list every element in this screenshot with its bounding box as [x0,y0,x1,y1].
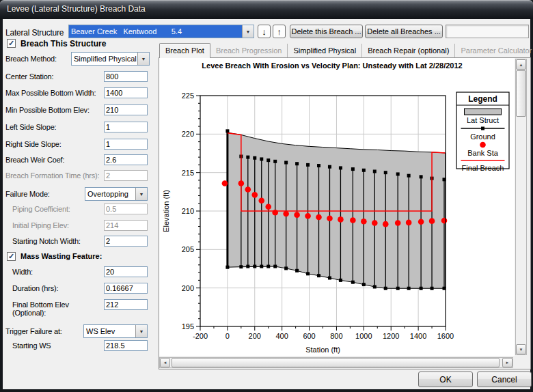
scroll-left-button[interactable]: ◄ [160,358,170,367]
svg-text:1400: 1400 [410,332,426,340]
failure-mode-select[interactable]: Overtopping▼ [85,187,148,201]
breach-formation-time-hrs-input [104,170,148,181]
svg-text:210: 210 [182,207,194,215]
svg-text:215: 215 [182,169,194,177]
width-input[interactable] [104,266,148,277]
svg-text:600: 600 [303,332,315,340]
final-bottom-elev-optional-label: Final Bottom Elev (Optional): [12,300,94,317]
vertical-scroll-thumb[interactable] [516,70,526,117]
x-axis-title: Station (ft) [305,346,340,354]
breach-method-label: Breach Method: [5,55,57,63]
right-side-slope-input[interactable] [104,139,148,150]
svg-text:1600: 1600 [437,332,454,340]
tab-breach-plot[interactable]: Breach Plot [159,43,210,58]
left-side-slope-input[interactable] [104,122,148,132]
svg-text:Lat Struct: Lat Struct [467,116,499,124]
breach-this-structure-checkbox[interactable]: ✓ [7,39,16,48]
trigger-failure-at-value: WS Elev [84,325,135,337]
center-station-input[interactable] [104,71,148,82]
svg-text:205: 205 [182,245,194,253]
svg-text:Final Breach: Final Breach [462,164,504,172]
svg-text:1000: 1000 [355,332,372,340]
chevron-down-icon[interactable]: ▼ [137,53,149,65]
starting-notch-width-label: Starting Notch Width: [12,237,81,245]
piping-coefficient-input [104,204,148,214]
svg-text:1200: 1200 [383,332,399,340]
delete-all-breaches-button[interactable]: Delete all Breaches ... [365,25,443,38]
plot-title: Levee Breach With Erosion vs Velocity Pl… [202,61,462,70]
tab-strip: Breach PlotBreach ProgressionSimplified … [159,42,533,57]
window-title: Levee (Lateral Structure) Breach Data [7,4,146,14]
svg-text:Bank Sta: Bank Sta [467,149,499,157]
width-label: Width: [12,268,33,276]
scroll-down-button[interactable]: ▼ [516,344,526,354]
svg-text:200: 200 [249,332,261,340]
plot-horizontal-scrollbar[interactable]: ◄ ► [159,357,513,368]
breach-formation-time-hrs-label: Breach Formation Time (hrs): [5,171,99,180]
chevron-down-icon[interactable]: ▼ [135,325,147,337]
svg-text:220: 220 [182,130,194,138]
final-bottom-elev-optional-input[interactable] [104,299,148,310]
next-structure-button[interactable]: ↑ [273,25,286,38]
scroll-up-button[interactable]: ▲ [516,59,526,70]
mass-wasting-feature-checkbox[interactable]: ✓ [7,252,16,261]
right-side-slope-label: Right Side Slope: [5,140,62,148]
y-axis-title: Elevation (ft) [162,190,170,232]
window-border-bottom [0,389,533,392]
breach-method-select[interactable]: Simplified Physical▼ [71,52,150,66]
breach-plot-area: -200020040060080010001200140016001952002… [159,58,515,356]
plot-legend: LegendLat StructGroundBank StaFinal Brea… [456,92,509,172]
svg-text:0: 0 [226,332,230,340]
svg-text:200: 200 [182,284,194,292]
trigger-failure-at-select[interactable]: WS Elev▼ [83,324,148,338]
tab-parameter-calculator: Parameter Calculator [455,44,533,57]
duration-hrs-input[interactable] [104,283,148,294]
ok-button[interactable]: OK [418,372,473,387]
tab-breach-repair-optional[interactable]: Breach Repair (optional) [362,44,455,57]
arrow-down-icon: ↓ [262,27,266,37]
initial-piping-elev-label: Initial Piping Elev: [12,221,69,229]
lateral-structure-value: Beaver Creek Kentwood 5.4 [69,25,242,38]
scroll-right-button[interactable]: ► [502,358,512,367]
cancel-button[interactable]: Cancel [477,372,532,387]
breach-this-structure-label: Breach This Structure [20,39,106,48]
starting-notch-width-input[interactable] [104,236,148,247]
svg-text:Legend: Legend [468,94,497,104]
piping-coefficient-label: Piping Coefficient: [12,205,70,213]
lateral-structure-select[interactable]: Beaver Creek Kentwood 5.4 ▼ [68,25,254,38]
arrow-up-icon: ↑ [277,27,282,37]
plot-vertical-scrollbar[interactable]: ▲ ▼ [515,59,527,355]
svg-text:800: 800 [330,332,342,340]
chevron-down-icon[interactable]: ▼ [135,188,147,200]
breach-method-value: Simplified Physical [72,53,137,65]
initial-piping-elev-input [104,220,148,231]
center-station-label: Center Station: [5,72,53,81]
previous-structure-button[interactable]: ↓ [258,25,271,38]
horizontal-scroll-thumb[interactable] [172,358,500,367]
chevron-down-icon[interactable]: ▼ [242,25,254,38]
breach-plot-canvas: -200020040060080010001200140016001952002… [159,58,515,356]
tab-breach-progression: Breach Progression [210,44,288,57]
starting-ws-label: Starting WS [12,341,51,350]
breach-weir-coef-label: Breach Weir Coef: [5,156,64,164]
delete-this-breach-button[interactable]: Delete this Breach ... [290,25,363,38]
trigger-failure-at-label: Trigger Failure at: [5,327,62,335]
max-possible-bottom-width-label: Max Possible Bottom Width: [5,89,96,97]
toolbar-spare-field [446,25,529,38]
lateral-structure-label: Lateral Structure [5,28,64,38]
starting-ws-input[interactable] [104,340,148,351]
failure-mode-label: Failure Mode: [5,190,50,198]
svg-text:195: 195 [182,322,194,331]
svg-text:400: 400 [275,332,288,340]
svg-text:225: 225 [182,92,194,100]
window-titlebar[interactable]: Levee (Lateral Structure) Breach Data [0,0,533,19]
min-possible-bottom-elev-label: Min Possible Bottom Elev: [5,106,90,114]
left-side-slope-label: Left Side Slope: [5,123,56,131]
tab-simplified-physical[interactable]: Simplified Physical [288,44,362,57]
min-possible-bottom-elev-input[interactable] [104,104,148,115]
svg-text:-200: -200 [193,332,208,340]
duration-hrs-label: Duration (hrs): [12,284,58,292]
svg-text:Ground: Ground [470,132,495,141]
breach-weir-coef-input[interactable] [104,154,148,165]
max-possible-bottom-width-input[interactable] [104,87,148,98]
